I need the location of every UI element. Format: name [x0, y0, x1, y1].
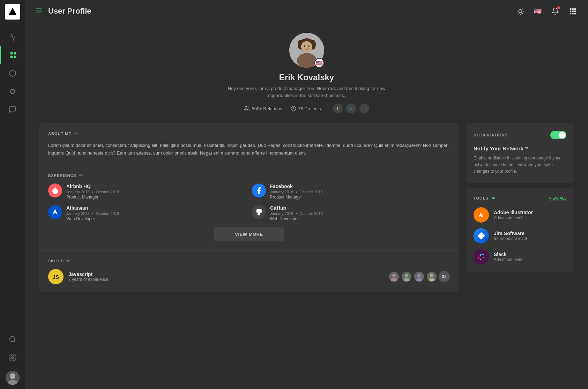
js-info: Javascript 7 years of experience	[68, 271, 384, 282]
svg-rect-38	[570, 10, 572, 12]
svg-rect-67	[480, 254, 481, 256]
slack-name: Slack	[494, 252, 522, 257]
sidebar-item-dashboard[interactable]	[0, 46, 25, 64]
facebook-link[interactable]: f	[333, 104, 343, 113]
svg-point-52	[308, 45, 310, 47]
slack-logo	[474, 249, 489, 264]
notifications-toggle[interactable]	[550, 131, 566, 139]
toggle-knob	[559, 132, 566, 139]
apps-grid[interactable]	[567, 6, 578, 17]
tools-view-all[interactable]: VIEW ALL	[549, 196, 566, 201]
relations-stat: 500+ Relations	[244, 106, 282, 111]
exp-item-github: GitHub January 2018 • October 2018 Web D…	[252, 205, 450, 221]
notification-dot	[557, 6, 560, 9]
twitter-link[interactable]: 𝕏	[346, 104, 356, 113]
sidebar-item-box[interactable]	[0, 64, 25, 82]
language-flag[interactable]: 🇺🇸	[532, 6, 543, 17]
tool-item-jira: Jira Software Intermediate level	[474, 228, 566, 244]
svg-point-51	[304, 45, 305, 47]
tools-header: TOOLS ✏ VIEW ALL	[474, 196, 566, 201]
user-avatar-sidebar[interactable]	[6, 371, 20, 385]
about-title: ABOUT ME	[48, 132, 72, 136]
svg-rect-40	[574, 10, 576, 12]
profile-bio: Hey everyone, Iam a product manager from…	[216, 85, 397, 99]
header: User Profile 🇺🇸	[25, 0, 588, 22]
view-more-button[interactable]: VIEW MORE	[214, 227, 284, 241]
illustrator-level: Advanced level	[494, 215, 533, 220]
sidebar-item-search[interactable]	[0, 330, 25, 349]
svg-rect-4	[14, 56, 16, 58]
experience-title: EXPERIENCE	[48, 173, 76, 178]
projects-count: 78 Projects	[298, 106, 321, 111]
svg-rect-65	[478, 255, 479, 257]
notify-network-title: Notify Your Network ?	[474, 145, 566, 151]
github-info: GitHub January 2018 • October 2018 Web D…	[270, 205, 450, 221]
sidebar-item-chat[interactable]	[0, 100, 25, 119]
linkedin-link[interactable]: in	[359, 104, 369, 113]
svg-rect-43	[574, 13, 576, 14]
airbnb-dates: January 2018 • October 2018	[66, 190, 246, 194]
right-column: NOTIFICATIONS Notify Your Network ? Enab…	[466, 123, 574, 272]
svg-rect-70	[480, 259, 481, 260]
left-column: ABOUT ME ✏ Lorem ipsum dolor sit amet, c…	[39, 123, 459, 292]
svg-rect-35	[570, 8, 572, 10]
social-links: f 𝕏 in	[333, 104, 369, 113]
js-badge: JS	[48, 269, 64, 284]
svg-point-59	[403, 278, 410, 283]
sidebar-item-activity[interactable]	[0, 28, 25, 46]
experience-grid: Airbnb HQ January 2018 • October 2018 Pr…	[48, 184, 450, 221]
svg-marker-55	[53, 209, 58, 215]
experience-section: EXPERIENCE ✏ Airbnb HQ	[39, 165, 459, 250]
skill-item-js: JS Javascript 7 years of experience	[48, 269, 450, 284]
svg-rect-41	[570, 13, 572, 14]
about-section: ABOUT ME ✏ Lorem ipsum dolor sit amet, c…	[39, 123, 459, 165]
skill-avatar-1	[388, 271, 400, 282]
tools-title: TOOLS ✏	[474, 196, 549, 201]
header-icons: 🇺🇸	[515, 6, 578, 17]
svg-rect-42	[572, 13, 574, 14]
atlassian-company: Atlassian	[66, 205, 246, 211]
jira-info: Jira Software Intermediate level	[494, 231, 527, 241]
illustrator-info: Adobe Illustrator Advanced level	[494, 210, 533, 220]
atlassian-info: Atlassian January 2018 • October 2018 We…	[66, 205, 246, 221]
svg-line-19	[14, 341, 15, 342]
skills-edit-icon[interactable]: ✏	[67, 258, 70, 263]
slack-level: Advanced level	[494, 257, 522, 262]
exp-item-atlassian: Atlassian January 2018 • October 2018 We…	[48, 205, 246, 221]
airbnb-company: Airbnb HQ	[66, 184, 246, 189]
notification-bell[interactable]	[550, 6, 561, 17]
svg-point-58	[405, 274, 409, 277]
skills-section: SKILLS ✏ JS Javascript 7 years of experi…	[39, 250, 459, 292]
facebook-logo	[252, 184, 266, 197]
svg-point-63	[429, 278, 435, 283]
notify-network-desc: Enable or disable this setting to manage…	[474, 155, 566, 175]
exp-item-airbnb: Airbnb HQ January 2018 • October 2018 Pr…	[48, 184, 246, 200]
experience-edit-icon[interactable]: ✏	[79, 173, 83, 178]
svg-rect-37	[574, 8, 576, 10]
jira-logo	[474, 228, 489, 244]
github-company: GitHub	[270, 205, 450, 211]
airbnb-logo	[48, 184, 62, 197]
atlassian-role: Web Developer	[66, 216, 246, 221]
projects-stat: 78 Projects	[291, 106, 321, 111]
logo[interactable]	[5, 4, 20, 20]
skill-avatar-4	[426, 271, 437, 282]
main-content: User Profile 🇺🇸	[25, 0, 588, 389]
svg-point-60	[417, 274, 421, 277]
sidebar	[0, 0, 25, 389]
sidebar-item-chip[interactable]	[0, 82, 25, 100]
svg-rect-39	[572, 10, 574, 12]
theme-toggle[interactable]	[515, 6, 526, 17]
exp-item-facebook: Facebook January 2018 • October 2018 Pro…	[252, 184, 450, 200]
js-name: Javascript	[68, 271, 384, 277]
svg-point-57	[391, 278, 397, 283]
menu-icon[interactable]	[35, 6, 43, 16]
svg-rect-69	[483, 257, 485, 258]
about-edit-icon[interactable]: ✏	[74, 131, 78, 136]
sidebar-item-settings[interactable]	[0, 349, 25, 367]
profile-header: 🇺🇸 Erik Kovalsky Hey everyone, Iam a pro…	[39, 33, 574, 113]
airbnb-info: Airbnb HQ January 2018 • October 2018 Pr…	[66, 184, 246, 200]
jira-name: Jira Software	[494, 231, 527, 236]
flag-icon: 🇺🇸	[533, 6, 543, 16]
svg-rect-3	[10, 56, 12, 58]
